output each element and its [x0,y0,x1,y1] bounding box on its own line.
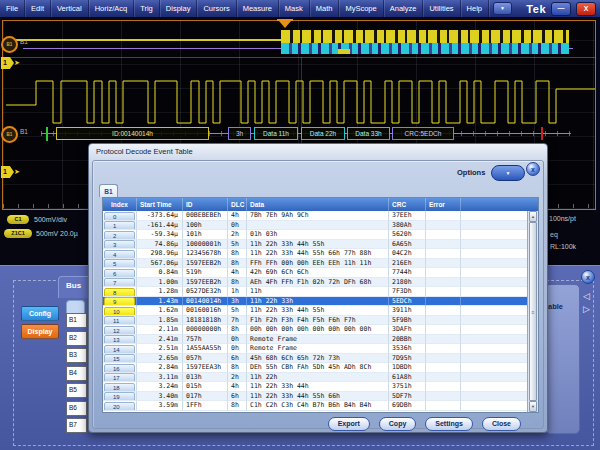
menu-item-mask[interactable]: Mask [279,0,310,17]
bus-select-b5[interactable]: B5 [66,383,87,398]
error-tick [541,127,543,140]
table-row[interactable]: 122.11m00000000h8h00h 00h 00h 00h 00h 00… [103,325,527,335]
table-scrollbar[interactable]: ▲ ≡ ▼ [527,211,538,412]
data-cell: Remote Frame [247,344,389,354]
table-row[interactable]: 203.59m1FFh8hC1h C2h C3h C4h B7h B6h B4h… [103,401,527,411]
menu-item-analyze[interactable]: Analyze [384,0,424,17]
window-close-button[interactable]: X [576,2,596,16]
time-cell: 298.96µ [137,249,183,259]
ch1-badge[interactable]: C1 [7,215,29,224]
index-cell: 13 [103,335,137,345]
dialog-close-button[interactable]: x [526,162,540,176]
bus-select-b1[interactable]: B1 [66,313,87,328]
scroll-thumb[interactable]: ≡ [529,222,537,401]
table-row[interactable]: 91.43m00140014h3h11h 22h 33h5EDCh [103,297,527,307]
table-row[interactable]: 4298.96µ12345678h8h11h 22h 33h 44h 55h 6… [103,249,527,259]
close-button[interactable]: Close [482,417,521,431]
menu-item-trig[interactable]: Trig [134,0,160,17]
event-table-button[interactable]: able [545,284,580,434]
menu-item-myscope[interactable]: MyScope [339,0,383,17]
display-tab[interactable]: Display [21,324,59,339]
settings-button[interactable]: Settings [425,417,473,431]
filler-cell [461,268,527,278]
minimize-button[interactable]: — [551,2,571,16]
index-cell: 0 [103,211,137,221]
table-row[interactable]: 374.86µ10000001h5h11h 22h 33h 44h 55h6A6… [103,240,527,250]
time-cell: 2.41m [137,335,183,345]
dlc-cell: 4h [228,268,247,278]
options-dropdown-button[interactable]: ▼ [491,165,525,181]
table-row[interactable]: 132.41m757h0hRemote Frame20BBh [103,335,527,345]
menu-overflow-button[interactable]: ▼ [493,2,512,15]
dialog-title-bar[interactable]: Protocol Decode Event Table [89,144,547,159]
menu-item-measure[interactable]: Measure [237,0,279,17]
panel-next-button[interactable]: ▷ [583,305,590,314]
copy-button[interactable]: Copy [379,417,417,431]
table-row[interactable]: 2-59.34µ101h2h01h 03h5620h [103,230,527,240]
table-row[interactable]: 81.28m0527DE32h1h11h7F3Dh [103,287,527,297]
bus-select-b7[interactable]: B7 [66,418,87,433]
bus-select-b4[interactable]: B4 [66,366,87,381]
bus-source-marker-zoom[interactable]: B1 [1,126,18,143]
menu-item-help[interactable]: Help [461,0,489,17]
menu-item-edit[interactable]: Edit [25,0,51,17]
filler-cell [461,240,527,250]
filler-cell [461,259,527,269]
menu-item-vertical[interactable]: Vertical [51,0,89,17]
table-row[interactable]: 0-373.64µ00BEBEBEh4h7Bh 7Eh 9Ah 9Ch37EEh [103,211,527,221]
bus-select-b3[interactable]: B3 [66,348,87,363]
acq-readout-fragment: eq [550,231,558,238]
crc-cell: 04C2h [389,249,426,259]
decode-box-data2: Data 22h [301,127,345,140]
export-button[interactable]: Export [328,417,370,431]
zoom-scale-readout: 500mV 20.0µ [36,230,78,237]
index-cell: 7 [103,278,137,288]
data-cell: 11h 22h 33h 44h 55h 66h [247,392,389,402]
bus-select-b6[interactable]: B6 [66,401,87,416]
scroll-up-button[interactable]: ▲ [529,211,537,222]
table-row[interactable]: 101.62m00160016h5h11h 22h 33h 44h 55h391… [103,306,527,316]
table-row[interactable]: 1-161.44µ100h0h380Ah [103,221,527,231]
config-tab[interactable]: Config [21,306,59,321]
tab-b1[interactable]: B1 [99,184,118,197]
scroll-down-button[interactable]: ▼ [529,401,537,412]
table-row[interactable]: 111.85m18181818h7hF1h F2h F3h F4h F5h F6… [103,316,527,326]
time-cell: 1.00m [137,278,183,288]
table-row[interactable]: 183.24m015h4h11h 22h 33h 44h3751h [103,382,527,392]
table-row[interactable]: 193.40m017h6h11h 22h 33h 44h 55h 66h5DF7… [103,392,527,402]
crc-cell: 5F9Bh [389,316,426,326]
error-cell [426,344,461,354]
error-cell [426,335,461,345]
menu-item-cursors[interactable]: Cursors [197,0,236,17]
table-row[interactable]: 5567.06µ1597EEB2h8hFFh FFh 00h 00h EEh E… [103,259,527,269]
menu-item-horiz-acq[interactable]: Horiz/Acq [89,0,135,17]
data-cell: 01h 03h [247,230,389,240]
zoom-badge[interactable]: Z1C1 [4,229,32,238]
time-cell: 2.65m [137,354,183,364]
data-cell: 11h 22h 33h 44h 55h [247,240,389,250]
menu-item-utilities[interactable]: Utilities [423,0,460,17]
index-cell: 14 [103,344,137,354]
menu-item-math[interactable]: Math [310,0,340,17]
table-row[interactable]: 71.00m1597EEB2h8hAEh 4Fh FFh F1h 02h 72h… [103,278,527,288]
table-row[interactable]: 142.51m1A55AA55h0hRemote Frame3536h [103,344,527,354]
filler-cell [461,211,527,221]
panel-close-button[interactable]: x [581,270,595,284]
menu-item-file[interactable]: File [0,0,25,17]
resize-grip[interactable] [534,419,541,426]
menu-item-display[interactable]: Display [160,0,198,17]
panel-prev-button[interactable]: ◁ [583,292,590,301]
table-row[interactable]: 162.84m1597EEA3h8hDEh 55h CBh FAh 5Dh 45… [103,363,527,373]
bus-source-marker[interactable]: B1 [1,36,18,53]
id-cell: 00160016h [183,306,228,316]
time-cell: 1.28m [137,287,183,297]
dlc-cell: 2h [228,230,247,240]
crc-cell: 5DF7h [389,392,426,402]
table-header: IndexStart TimeIDDLCDataCRCError [103,198,538,212]
table-row[interactable]: 173.11m013h2h11h 22h61A8h [103,373,527,383]
table-row[interactable]: 152.65m057h6h45h 68h 6Ch 65h 72h 73h7D95… [103,354,527,364]
table-row[interactable]: 60.84m519h4h42h 69h 6Ch 6Ch7744h [103,268,527,278]
dlc-cell: 6h [228,354,247,364]
bus-select-b2[interactable]: B2 [66,331,87,346]
dlc-cell: 2h [228,373,247,383]
